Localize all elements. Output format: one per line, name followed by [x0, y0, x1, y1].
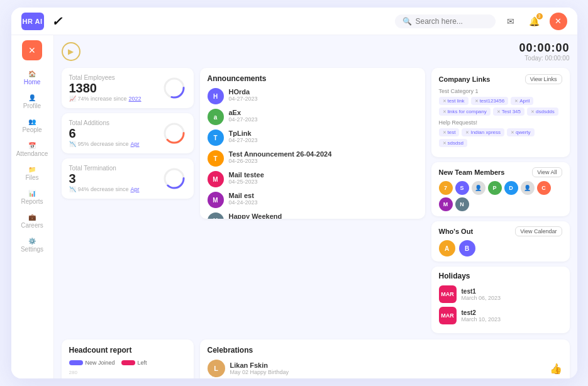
bar-chart-area: MayJunJulAugSepOctNovDecJanFebMarAprMay — [81, 370, 210, 378]
app-logo: HR AI — [21, 13, 44, 30]
member-avatar-6[interactable]: C — [537, 181, 551, 195]
tag-sdsdsd[interactable]: sdsdsd — [439, 139, 467, 147]
holiday-item-0: MAR test1 March 06, 2023 — [439, 285, 562, 303]
ann-avatar-1: a — [208, 109, 224, 125]
tag-test2[interactable]: test — [439, 128, 460, 136]
home-icon: 🏠 — [28, 70, 36, 77]
sidebar-item-people[interactable]: 👥 People — [14, 114, 50, 137]
company-links-panel: Company Links View Links Test Category 1… — [431, 68, 570, 157]
notification-icon-btn[interactable]: 🔔 3 — [526, 13, 543, 30]
company-links-title: Company Links — [439, 75, 491, 83]
member-avatar-4[interactable]: D — [504, 181, 518, 195]
mail-icon-btn[interactable]: ✉ — [502, 13, 519, 30]
tag-april[interactable]: April — [511, 97, 533, 105]
tag-dsdsdds[interactable]: dsdsdds — [527, 108, 558, 116]
out-avatar-1[interactable]: B — [459, 240, 475, 256]
holidays-title: Holidays — [439, 272, 562, 280]
legend-left: Left — [121, 360, 147, 366]
ann-name-0: HOrda — [229, 88, 258, 96]
trend-icon2: 📉 — [69, 141, 76, 147]
member-avatar-5[interactable]: 👤 — [521, 181, 535, 195]
ann-name-2: TpLink — [229, 130, 258, 137]
announcement-item-2: T TpLink 04-27-2023 — [208, 130, 418, 146]
ann-date-3: 04-26-2023 — [229, 158, 332, 164]
chart-container: 280210140700 MayJunJulAugSepOctNovDecJan… — [69, 370, 186, 378]
celebrations-title: Celebrations — [208, 346, 562, 355]
announcements-panel: Announcements H HOrda 04-27-2023 a aEx 0… — [200, 68, 425, 219]
stat-label-termination: Total Termination — [69, 165, 140, 172]
stat-link-employees[interactable]: 2022 — [129, 96, 141, 102]
ann-date-2: 04-27-2023 — [229, 137, 258, 143]
stats-cards: Total Employees 1380 📈 74% increase sinc… — [62, 68, 194, 333]
view-links-btn[interactable]: View Links — [525, 74, 562, 84]
close-btn[interactable]: ✕ — [550, 13, 567, 30]
celeb-name-0: Likan Fskin — [230, 361, 289, 369]
sidebar-label-profile: Profile — [23, 102, 41, 109]
stat-link-additions[interactable]: Apr — [131, 141, 140, 147]
announcement-item-0: H HOrda 04-27-2023 — [208, 88, 418, 104]
sidebar-item-home[interactable]: 🏠 Home — [14, 67, 50, 89]
member-avatar-0[interactable]: 7 — [439, 181, 453, 195]
legend-new-joined: New Joined — [69, 360, 115, 366]
play-button[interactable]: ▶ — [62, 42, 80, 61]
search-bar: 🔍 — [395, 14, 496, 28]
sidebar: ✕ 🏠 Home 👤 Profile 👥 People 📅 Attendance… — [11, 35, 54, 378]
sidebar-label-attendance: Attendance — [16, 150, 48, 157]
search-input[interactable] — [416, 17, 491, 26]
out-avatars: A B — [439, 240, 562, 256]
sidebar-item-files[interactable]: 📁 Files — [14, 162, 50, 185]
tag-test-link[interactable]: test link — [439, 97, 469, 105]
attendance-icon: 📅 — [28, 142, 36, 149]
ann-avatar-4: M — [208, 171, 224, 187]
sidebar-item-attendance[interactable]: 📅 Attendance — [14, 138, 50, 161]
member-avatar-7[interactable]: M — [439, 197, 453, 211]
ann-avatar-2: T — [208, 130, 224, 146]
nike-logo: ✓ — [52, 14, 62, 29]
category1-tags: test link test123456 April links for com… — [439, 97, 562, 116]
search-icon: 🔍 — [402, 17, 412, 26]
stat-card-termination: Total Termination 3 📉 94% decrease since… — [62, 158, 194, 199]
headcount-panel: Headcount report New Joined Left — [62, 339, 194, 378]
view-calendar-btn[interactable]: View Calendar — [515, 226, 562, 236]
view-all-btn[interactable]: View All — [532, 167, 562, 177]
member-avatar-1[interactable]: S — [455, 181, 469, 195]
sidebar-label-files: Files — [25, 174, 38, 181]
celeb-item-0: L Likan Fskin May 02 Happy Birthday 👍 — [208, 360, 562, 377]
thumb-up-icon[interactable]: 👍 — [550, 363, 562, 375]
member-avatar-3[interactable]: P — [488, 181, 502, 195]
announcement-item-4: M Mail testee 04-25-2023 — [208, 171, 418, 187]
top-bar-right: 🔍 ✉ 🔔 3 ✕ — [395, 13, 567, 30]
sidebar-label-home: Home — [24, 79, 41, 85]
sidebar-label-careers: Careers — [21, 222, 43, 229]
holiday-name-0: test1 — [462, 288, 501, 295]
sidebar-item-reports[interactable]: 📊 Reports — [14, 186, 50, 209]
ann-date-0: 04-27-2023 — [229, 96, 258, 102]
sidebar-item-profile[interactable]: 👤 Profile — [14, 91, 50, 113]
stat-card-additions: Total Additions 6 📉 95% decrease since A… — [62, 113, 194, 153]
ann-name-5: Mail est — [229, 192, 258, 199]
member-avatar-8[interactable]: N — [455, 197, 469, 211]
files-icon: 📁 — [28, 166, 36, 173]
holiday-name-1: test2 — [462, 309, 501, 316]
team-members-title: New Team Members — [439, 168, 505, 176]
sidebar-close-btn[interactable]: ✕ — [22, 40, 42, 60]
legend-dot-new-joined — [69, 360, 83, 365]
out-avatar-0[interactable]: A — [439, 240, 455, 256]
notif-badge: 3 — [536, 13, 543, 19]
sidebar-item-careers[interactable]: 💼 Careers — [14, 210, 50, 233]
tag-test-345[interactable]: Test 345 — [493, 108, 524, 116]
member-avatar-2[interactable]: 👤 — [472, 181, 485, 195]
right-panel: Company Links View Links Test Category 1… — [431, 68, 570, 333]
tag-indian-xpress[interactable]: Indian xpress — [462, 128, 504, 136]
sidebar-item-settings[interactable]: ⚙️ Settings — [14, 234, 50, 256]
tag-links-for-company[interactable]: links for company — [439, 108, 491, 116]
holiday-date-1: March 10, 2023 — [462, 316, 501, 323]
sidebar-label-people: People — [22, 126, 42, 133]
holidays-panel: Holidays MAR test1 March 06, 2023 MAR te — [431, 267, 570, 333]
sidebar-label-reports: Reports — [21, 198, 43, 205]
ann-name-6: Happy Weekend — [229, 212, 282, 219]
trend-icon3: 📉 — [69, 186, 76, 192]
tag-qwerty[interactable]: qwerty — [507, 128, 535, 136]
tag-test123456[interactable]: test123456 — [471, 97, 509, 105]
stat-link-termination[interactable]: Apr — [131, 186, 140, 192]
